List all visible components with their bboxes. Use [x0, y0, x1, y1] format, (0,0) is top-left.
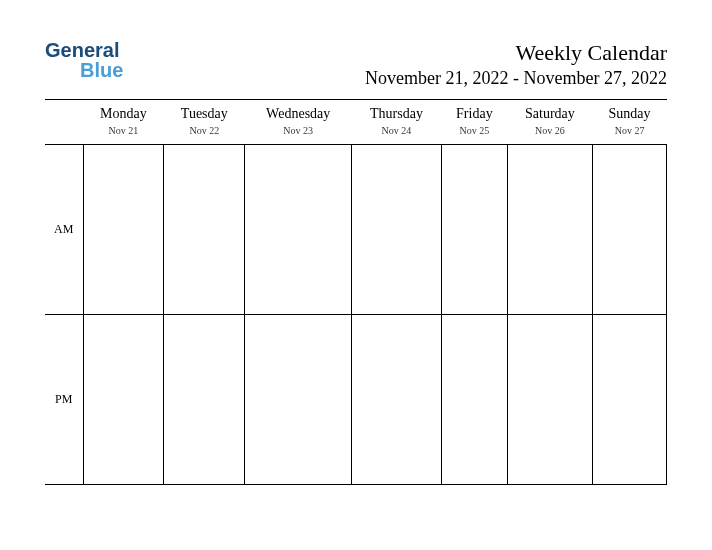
- page-title: Weekly Calendar: [365, 40, 667, 66]
- calendar-cell-pm-sat: [507, 315, 592, 485]
- calendar-cell-am-fri: [441, 145, 507, 315]
- day-name: Monday: [87, 106, 160, 122]
- am-row: AM: [45, 145, 667, 315]
- day-header-sunday: Sunday Nov 27: [593, 100, 667, 145]
- day-name: Wednesday: [249, 106, 348, 122]
- time-label-am: AM: [45, 145, 83, 315]
- date-range: November 21, 2022 - November 27, 2022: [365, 68, 667, 89]
- calendar-cell-pm-sun: [593, 315, 667, 485]
- calendar-cell-pm-thu: [352, 315, 442, 485]
- day-date: Nov 24: [356, 125, 438, 136]
- day-name: Saturday: [511, 106, 588, 122]
- empty-corner-cell: [45, 100, 83, 145]
- calendar-cell-am-thu: [352, 145, 442, 315]
- calendar-cell-pm-wed: [245, 315, 352, 485]
- calendar-cell-am-tue: [164, 145, 245, 315]
- day-name: Tuesday: [168, 106, 241, 122]
- day-name: Thursday: [356, 106, 438, 122]
- document-header: General Blue Weekly Calendar November 21…: [45, 40, 667, 89]
- calendar-cell-am-mon: [83, 145, 164, 315]
- header-row: Monday Nov 21 Tuesday Nov 22 Wednesday N…: [45, 100, 667, 145]
- calendar-cell-pm-mon: [83, 315, 164, 485]
- day-date: Nov 25: [445, 125, 503, 136]
- day-header-wednesday: Wednesday Nov 23: [245, 100, 352, 145]
- header-titles: Weekly Calendar November 21, 2022 - Nove…: [365, 40, 667, 89]
- time-label-pm: PM: [45, 315, 83, 485]
- calendar-cell-pm-fri: [441, 315, 507, 485]
- calendar-cell-pm-tue: [164, 315, 245, 485]
- day-date: Nov 23: [249, 125, 348, 136]
- logo-text-bottom: Blue: [45, 60, 123, 80]
- calendar-cell-am-sat: [507, 145, 592, 315]
- weekly-calendar-table: Monday Nov 21 Tuesday Nov 22 Wednesday N…: [45, 100, 667, 485]
- day-date: Nov 27: [597, 125, 663, 136]
- day-date: Nov 21: [87, 125, 160, 136]
- day-header-saturday: Saturday Nov 26: [507, 100, 592, 145]
- day-name: Friday: [445, 106, 503, 122]
- logo: General Blue: [45, 40, 123, 80]
- day-name: Sunday: [597, 106, 663, 122]
- day-header-monday: Monday Nov 21: [83, 100, 164, 145]
- day-header-tuesday: Tuesday Nov 22: [164, 100, 245, 145]
- logo-text-top: General: [45, 40, 123, 60]
- pm-row: PM: [45, 315, 667, 485]
- day-header-thursday: Thursday Nov 24: [352, 100, 442, 145]
- calendar-cell-am-wed: [245, 145, 352, 315]
- day-header-friday: Friday Nov 25: [441, 100, 507, 145]
- day-date: Nov 26: [511, 125, 588, 136]
- day-date: Nov 22: [168, 125, 241, 136]
- calendar-cell-am-sun: [593, 145, 667, 315]
